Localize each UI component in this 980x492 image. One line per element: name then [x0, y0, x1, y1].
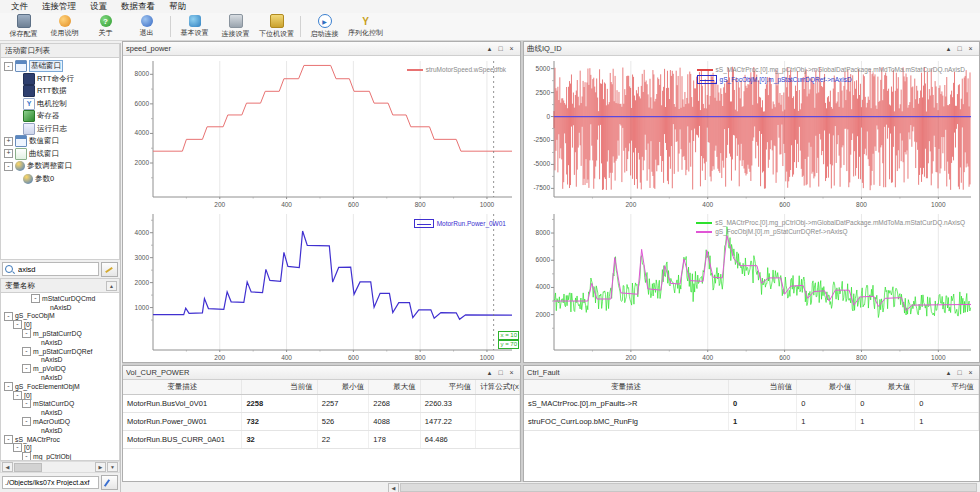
- column-header[interactable]: 变量描述: [123, 380, 242, 395]
- tree-item[interactable]: RTT命令行: [1, 73, 119, 86]
- tree-item[interactable]: -基础窗口: [1, 60, 119, 73]
- window-titlebar[interactable]: speed_power: [123, 42, 520, 56]
- scrollbar-thumb[interactable]: [14, 463, 42, 472]
- lower-button[interactable]: 下位机设置: [256, 14, 297, 39]
- filter-button[interactable]: [101, 262, 118, 277]
- tree-item[interactable]: -mStatCurrDQ: [1, 400, 119, 409]
- tree-item[interactable]: -gS_FocObjM: [1, 312, 119, 321]
- search-box[interactable]: [2, 262, 99, 276]
- menu-item[interactable]: 文件: [4, 0, 35, 14]
- basic-button[interactable]: 基本设置: [174, 14, 215, 39]
- maximize-icon[interactable]: [954, 368, 965, 378]
- column-header[interactable]: 计算公式f(x): [476, 380, 520, 395]
- power-chart[interactable]: 10002000300040002004006008001000MotorRun…: [123, 209, 520, 362]
- column-header[interactable]: 平均值: [915, 380, 979, 395]
- iq-q-chart[interactable]: 20004000600080002004006008001000sS_MACtr…: [524, 209, 979, 362]
- collapse-icon[interactable]: -: [4, 382, 13, 391]
- main-horizontal-scrollbar[interactable]: ◀: [388, 483, 979, 492]
- collapse-icon[interactable]: -: [4, 312, 13, 321]
- menu-item[interactable]: 连接管理: [35, 0, 83, 14]
- tree-item[interactable]: -gS_FocElementObjM: [1, 382, 119, 391]
- minimize-icon[interactable]: [943, 368, 954, 378]
- scroll-left-icon[interactable]: ◀: [388, 483, 399, 492]
- tree-item[interactable]: -sS_MACtrProc: [1, 435, 119, 444]
- save-button[interactable]: 保存配置: [3, 14, 44, 39]
- tree-item[interactable]: 参数0: [1, 173, 119, 186]
- table-row[interactable]: sS_MACtrProc.[0].m_pFaults->R0000: [524, 395, 979, 413]
- column-header[interactable]: 最大值: [369, 380, 421, 395]
- scroll-up-icon[interactable]: ▲: [106, 281, 117, 291]
- tree-item[interactable]: -[0]: [1, 444, 119, 453]
- iq-d-chart[interactable]: -7500-5000-25000250050002004006008001000…: [524, 56, 979, 209]
- table-row[interactable]: MotorRun.BUS_CURR_0A01322217864.486: [123, 431, 520, 449]
- load-project-button[interactable]: [101, 475, 118, 490]
- tree-item[interactable]: 电机控制: [1, 98, 119, 111]
- close-icon[interactable]: [965, 44, 976, 54]
- window-titlebar[interactable]: Ctrl_Fault: [524, 366, 979, 380]
- conn-button[interactable]: 连接设置: [215, 14, 256, 39]
- tree-item[interactable]: nAxisD: [1, 408, 119, 417]
- tree-item[interactable]: nAxisD: [1, 303, 119, 312]
- collapse-icon[interactable]: -: [13, 391, 22, 400]
- tree-item[interactable]: -mAcrOutDQ: [1, 417, 119, 426]
- tree-item[interactable]: +曲线窗口: [1, 148, 119, 161]
- tree-item[interactable]: -m_pVolDQ: [1, 364, 119, 373]
- tree-item[interactable]: 运行日志: [1, 123, 119, 136]
- column-header[interactable]: 当前值: [242, 380, 317, 395]
- maximize-icon[interactable]: [954, 44, 965, 54]
- table-row[interactable]: MotorRun.BusVol_0V012258225722682260.33: [123, 395, 520, 413]
- collapse-icon[interactable]: -: [4, 162, 13, 171]
- start-button[interactable]: 启动连接: [304, 14, 345, 39]
- tree-item[interactable]: nAxisD: [1, 426, 119, 435]
- collapse-icon[interactable]: -: [13, 443, 22, 452]
- help-button[interactable]: 使用说明: [44, 14, 85, 39]
- menu-item[interactable]: 帮助: [162, 0, 193, 14]
- scroll-down-icon[interactable]: ▼: [107, 462, 118, 472]
- column-header[interactable]: 变量描述: [524, 380, 729, 395]
- exit-button[interactable]: 退出: [126, 14, 167, 39]
- scrollbar-thumb[interactable]: [400, 483, 977, 492]
- window-titlebar[interactable]: 曲线IQ_ID: [524, 42, 979, 56]
- table-row[interactable]: MotorRun.Power_0W0173252640881477.22: [123, 413, 520, 431]
- collapse-icon[interactable]: -: [22, 347, 31, 356]
- tree-item[interactable]: -mg_pCtrlObj: [1, 452, 119, 461]
- minimize-icon[interactable]: [943, 44, 954, 54]
- tree-item[interactable]: nAxisD: [1, 373, 119, 382]
- tree-item[interactable]: RTT数据: [1, 85, 119, 98]
- scroll-right-icon[interactable]: ▶: [95, 462, 106, 472]
- minimize-icon[interactable]: [484, 44, 495, 54]
- column-header[interactable]: 最大值: [856, 380, 915, 395]
- tree-item[interactable]: +数值窗口: [1, 135, 119, 148]
- collapse-icon[interactable]: -: [22, 329, 31, 338]
- speed-chart[interactable]: 20004000600080002004006008001000struMoto…: [123, 56, 520, 209]
- collapse-icon[interactable]: -: [4, 62, 13, 71]
- tree-item[interactable]: -[0]: [1, 391, 119, 400]
- collapse-icon[interactable]: -: [22, 452, 31, 461]
- tree-item[interactable]: -m_pStatCurrDQRef: [1, 347, 119, 356]
- collapse-icon[interactable]: -: [22, 399, 31, 408]
- window-titlebar[interactable]: Vol_CUR_POWER: [123, 366, 520, 380]
- tree-item[interactable]: nAxisD: [1, 338, 119, 347]
- column-header[interactable]: 最小值: [797, 380, 856, 395]
- collapse-icon[interactable]: -: [13, 320, 22, 329]
- sidebar-horizontal-scrollbar[interactable]: ◀ ▶ ▼: [0, 461, 120, 473]
- collapse-icon[interactable]: -: [22, 417, 31, 426]
- tree-item[interactable]: -m_pStatCurrDQ: [1, 329, 119, 338]
- scroll-left-icon[interactable]: ◀: [2, 462, 13, 472]
- about-button[interactable]: 关于: [85, 14, 126, 39]
- collapse-icon[interactable]: -: [31, 294, 40, 303]
- close-icon[interactable]: [965, 368, 976, 378]
- tree-item[interactable]: nAxisD: [1, 356, 119, 365]
- minimize-icon[interactable]: [484, 368, 495, 378]
- collapse-icon[interactable]: -: [4, 435, 13, 444]
- column-header[interactable]: 平均值: [420, 380, 476, 395]
- maximize-icon[interactable]: [495, 368, 506, 378]
- tree-item[interactable]: -[0]: [1, 320, 119, 329]
- expand-icon[interactable]: +: [4, 137, 13, 146]
- expand-icon[interactable]: +: [4, 149, 13, 158]
- project-path-input[interactable]: [2, 476, 99, 489]
- column-header[interactable]: 当前值: [729, 380, 797, 395]
- close-icon[interactable]: [506, 368, 517, 378]
- table-row[interactable]: struFOC_CurrLoop.bMC_RunFlg1111: [524, 413, 979, 431]
- serial-button[interactable]: 序列化控制: [345, 14, 386, 39]
